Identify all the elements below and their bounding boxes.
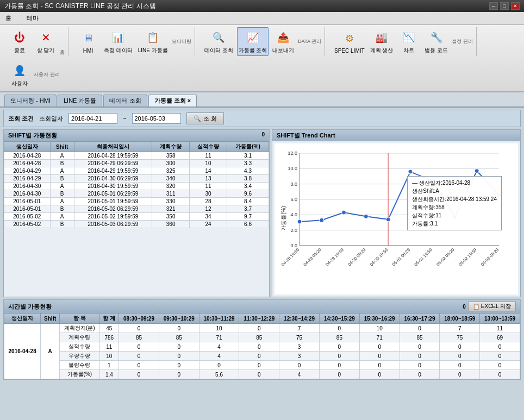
time-item-cell: 0 xyxy=(320,342,360,352)
time-item-cell: 0 xyxy=(159,361,199,370)
close-window-icon: ✕ xyxy=(37,29,54,46)
svg-text:04-30 19:59: 04-30 19:59 xyxy=(369,247,389,267)
tooltip-line1: — 생산일자:2016-04-28 xyxy=(412,179,497,187)
tool-hmi-btn[interactable]: 🖥 HMI xyxy=(76,28,100,55)
table-cell: 3.3 xyxy=(227,160,269,167)
tool-operate-btn[interactable]: 📈 가동률 조회 xyxy=(237,27,269,56)
svg-text:6.0: 6.0 xyxy=(290,197,297,202)
tool-chart-btn[interactable]: 📉 차트 xyxy=(397,27,421,56)
table-cell: 12 xyxy=(190,205,227,213)
search-button[interactable]: 🔍 조 회 xyxy=(186,112,224,124)
table-cell: 2016-04-29 xyxy=(4,167,51,175)
time-col-header: 18:00~18:59 xyxy=(440,314,480,324)
time-item-cell: 0 xyxy=(320,324,360,333)
col-actual: 실적수량 xyxy=(190,142,227,152)
tab-operate[interactable]: 가동률 조회 × xyxy=(148,95,197,106)
table-cell: 30 xyxy=(190,190,227,198)
dataview-icon: 🔍 xyxy=(210,29,227,46)
time-item-cell: 85 xyxy=(119,333,159,342)
time-item-name: 가동률(%) xyxy=(60,370,99,379)
time-item-cell: 0 xyxy=(440,361,480,370)
time-col-header: 항 목 xyxy=(60,314,99,324)
tooltip-line5: 실적수량:11 xyxy=(412,211,497,220)
to-date-input[interactable] xyxy=(132,113,181,124)
tool-close-btn[interactable]: ✕ 창 닫기 xyxy=(34,27,58,56)
tool-operate-label: 가동률 조회 xyxy=(239,47,267,54)
time-table-title: 시간별 가동현황 xyxy=(8,303,52,311)
table-cell: 330 xyxy=(152,198,190,205)
shift-table-panel: SHIFT별 가동현황 0 생산일자 Shift 최종처리일시 계획수량 실적수… xyxy=(3,129,270,297)
time-item-cell: 0 xyxy=(480,370,520,379)
table-cell: 3.1 xyxy=(227,152,269,160)
tool-dataview-label: 데이터 조회 xyxy=(204,47,233,54)
toolbar-group-settings-label: 설정 관리 xyxy=(452,38,473,45)
tool-power-btn[interactable]: ⏻ 종료 xyxy=(8,27,32,56)
table-cell: 2016-04-28 19:59:59 xyxy=(74,152,152,160)
svg-text:4.0: 4.0 xyxy=(290,212,297,217)
time-col-header: 09:30~10:29 xyxy=(159,314,199,324)
excel-save-btn[interactable]: 📋 EXCEL 저장 xyxy=(468,302,516,311)
tool-user-btn[interactable]: 👤 사용자 xyxy=(8,60,32,89)
from-date-input[interactable] xyxy=(68,113,117,124)
time-item-total: 45 xyxy=(99,324,119,333)
time-col-header: 11:30~12:29 xyxy=(239,314,279,324)
table-cell: 2016-05-01 xyxy=(4,205,51,213)
table-cell: 2016-04-30 xyxy=(4,190,51,198)
time-date-cell: 2016-04-28 xyxy=(4,324,41,379)
excel-icon: 📋 xyxy=(473,304,479,310)
code-icon: 🔧 xyxy=(428,29,445,46)
power-icon: ⏻ xyxy=(11,29,28,46)
table-cell: 2016-04-29 xyxy=(4,175,51,183)
chart-area: 0.02.04.06.08.010.012.0 04-28 19:5904-29… xyxy=(275,143,518,294)
time-col-header: 13:00~13:59 xyxy=(480,314,520,324)
table-cell: 9.7 xyxy=(227,213,269,221)
maximize-btn[interactable]: □ xyxy=(500,2,509,10)
time-item-cell: 0 xyxy=(440,342,480,352)
shift-table-header: SHIFT별 가동현황 0 xyxy=(4,130,269,141)
col-planned: 계획수량 xyxy=(152,142,190,152)
table-cell: 360 xyxy=(152,221,190,228)
time-item-cell: 0 xyxy=(440,370,480,379)
tool-internal-btn[interactable]: 📤 내보내기 xyxy=(271,27,296,56)
table-cell: B xyxy=(50,190,74,198)
table-cell: 358 xyxy=(152,152,190,160)
table-cell: B xyxy=(50,160,74,167)
tool-dataview-btn[interactable]: 🔍 데이터 조회 xyxy=(203,27,235,56)
table-cell: A xyxy=(50,213,74,221)
menu-home[interactable]: 홈 xyxy=(2,13,15,23)
tool-internal-label: 내보내기 xyxy=(272,47,294,54)
table-cell: 14 xyxy=(190,167,227,175)
tool-code-btn[interactable]: 🔧 범용 코드 xyxy=(423,27,450,56)
tab-line[interactable]: LINE 가동률 xyxy=(58,95,103,106)
tab-dataview[interactable]: 데이터 조회 xyxy=(103,95,147,106)
time-item-total: 1.4 xyxy=(99,370,119,379)
table-cell: 13 xyxy=(190,175,227,183)
tool-measure-btn[interactable]: 📊 측정 데이터 xyxy=(102,27,134,56)
toolbar-group-data: 🔍 데이터 조회 📈 가동률 조회 📤 내보내기 DATA 관리 xyxy=(199,27,325,56)
svg-text:04-29 19:59: 04-29 19:59 xyxy=(325,247,345,267)
toolbar-group-data-label: DATA 관리 xyxy=(298,38,321,45)
close-btn[interactable]: ✕ xyxy=(511,2,520,10)
title-text: 가동률 조회 - SC CANISTER LINE 공정 관리 시스템 xyxy=(4,2,156,11)
tab-hmi[interactable]: 모니터링 - HMI xyxy=(4,95,57,106)
table-cell: 2016-04-30 06:29:59 xyxy=(74,175,152,183)
table-cell: 2016-05-01 xyxy=(4,198,51,205)
tool-production-btn[interactable]: 🏭 계획 생산 xyxy=(369,27,395,56)
table-cell: 3.8 xyxy=(227,175,269,183)
svg-text:2.0: 2.0 xyxy=(290,228,297,233)
time-item-cell: 10 xyxy=(359,324,400,333)
time-item-cell: 0 xyxy=(239,324,279,333)
time-item-cell: 0 xyxy=(400,361,440,370)
table-cell: 4.3 xyxy=(227,167,269,175)
time-col-header: 16:30~17:29 xyxy=(400,314,440,324)
chart-header: SHIFT별 Trend Chart xyxy=(272,130,520,141)
menu-theme[interactable]: 테마 xyxy=(23,13,42,23)
time-item-cell: 0 xyxy=(119,324,159,333)
table-cell: 2016-05-02 06:29:59 xyxy=(74,205,152,213)
tooltip-line2: 생산Shift:A xyxy=(412,187,497,195)
title-controls: ─ □ ✕ xyxy=(489,2,520,10)
minimize-btn[interactable]: ─ xyxy=(489,2,498,10)
tool-line-btn[interactable]: 📋 LINE 가동률 xyxy=(136,27,170,56)
tool-spec-btn[interactable]: ⚙ SPEC LIMIT xyxy=(333,28,366,55)
table-cell: 28 xyxy=(190,198,227,205)
